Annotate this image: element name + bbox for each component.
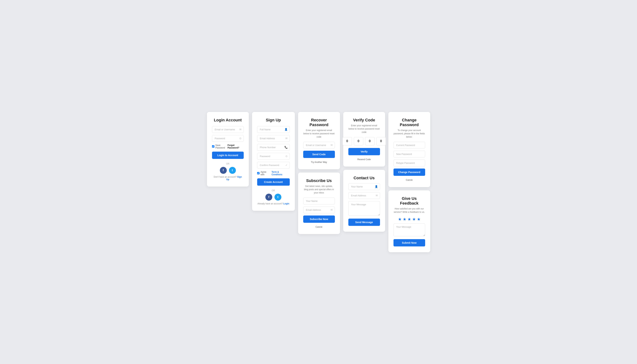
middle-right-col: Verify Code Enter your registered email … xyxy=(343,112,385,232)
right-col: Change Password To change your account p… xyxy=(388,112,430,252)
contact-name-input[interactable] xyxy=(348,183,380,190)
signup-divider: OR xyxy=(257,189,290,192)
otp-row xyxy=(348,137,380,146)
login-twitter-button[interactable]: t xyxy=(229,167,236,174)
new-password-input[interactable] xyxy=(394,151,425,158)
login-facebook-button[interactable]: f xyxy=(220,167,227,174)
signup-password-wrap: ⊙ xyxy=(257,153,290,160)
contact-message-wrap xyxy=(348,201,380,216)
save-password-checkbox[interactable] xyxy=(212,145,214,148)
login-footer: Don't have an account? Sign Up xyxy=(212,176,244,181)
verify-subtitle: Enter your registered email below to rec… xyxy=(348,124,380,134)
signup-login-link[interactable]: Login xyxy=(283,202,290,205)
login-title: Login Account xyxy=(212,118,244,122)
login-password-wrap: ⊙ xyxy=(212,135,244,142)
change-password-button[interactable]: Change Password xyxy=(394,168,425,176)
contact-name-wrap: 👤 xyxy=(348,183,380,190)
verify-card: Verify Code Enter your registered email … xyxy=(343,112,385,166)
resend-code-link[interactable]: Resend Code xyxy=(348,158,380,161)
signup-fullname-input[interactable] xyxy=(257,126,290,133)
signup-facebook-button[interactable]: f xyxy=(265,194,272,200)
login-divider: OR xyxy=(212,162,244,165)
recover-card: Recover Password Enter your registered e… xyxy=(298,112,340,169)
subscribe-email-input[interactable] xyxy=(303,206,335,213)
subscribe-cancel-link[interactable]: Cancle xyxy=(303,226,335,228)
retype-password-input[interactable] xyxy=(394,160,425,166)
star-1[interactable]: ★ xyxy=(398,217,402,222)
otp-input-4[interactable] xyxy=(376,137,386,146)
contact-card: Contact Us 👤 ✉ Send Message xyxy=(343,170,385,232)
star-2[interactable]: ★ xyxy=(403,217,406,222)
feedback-subtitle: How satisfied are you with our service? … xyxy=(394,207,425,214)
save-password-label[interactable]: Save Password xyxy=(212,144,228,149)
feedback-message-input[interactable] xyxy=(394,224,425,236)
contact-message-input[interactable] xyxy=(348,201,380,216)
change-password-title: Change Password xyxy=(394,118,425,127)
signup-fullname-wrap: 👤 xyxy=(257,126,290,133)
feedback-message-wrap xyxy=(394,224,425,237)
contact-title: Contact Us xyxy=(348,176,380,180)
recover-subtitle: Enter your registered email below to rec… xyxy=(303,129,335,138)
signup-card: Sign Up 👤 ✉ 📞 ⊙ ✓ Agree with Term & Cond… xyxy=(252,112,295,211)
login-email-wrap: ✉ xyxy=(212,126,244,133)
star-4[interactable]: ★ xyxy=(412,217,416,222)
terms-link[interactable]: Term & Conditons xyxy=(272,171,290,176)
change-password-card: Change Password To change your account p… xyxy=(388,112,430,187)
otp-input-1[interactable] xyxy=(342,137,352,146)
verify-title: Verify Code xyxy=(348,118,380,122)
subscribe-card: Subscribe Us Get latest news, site updat… xyxy=(298,172,340,234)
recover-email-input[interactable] xyxy=(303,142,335,148)
otp-input-2[interactable] xyxy=(354,137,363,146)
create-account-button[interactable]: Create Account xyxy=(257,178,290,186)
stars-row: ★ ★ ★ ★ ★ xyxy=(394,217,425,222)
signup-email-input[interactable] xyxy=(257,135,290,142)
recover-title: Recover Password xyxy=(303,118,335,127)
feedback-title: Give Us Feedback xyxy=(394,196,425,206)
signup-email-wrap: ✉ xyxy=(257,135,290,142)
middle-left-col: Recover Password Enter your registered e… xyxy=(298,112,340,234)
login-options-row: Save Password Forgot Password? xyxy=(212,144,244,149)
current-password-wrap xyxy=(394,142,425,148)
verify-button[interactable]: Verify xyxy=(348,148,380,155)
forgot-password-link[interactable]: Forgot Password? xyxy=(228,144,244,149)
signup-confirm-input[interactable] xyxy=(257,162,290,168)
recover-email-wrap: ✉ xyxy=(303,142,335,148)
subscribe-button[interactable]: Subscribe Now xyxy=(303,216,335,223)
current-password-input[interactable] xyxy=(394,142,425,148)
signup-phone-input[interactable] xyxy=(257,144,290,151)
new-password-wrap xyxy=(394,151,425,158)
signup-footer: Already have an account? Login xyxy=(257,202,290,205)
signup-title: Sign Up xyxy=(257,118,290,122)
login-social-row: f t xyxy=(212,167,244,174)
login-button[interactable]: Login to Account xyxy=(212,152,244,159)
submit-feedback-button[interactable]: Submit Now xyxy=(394,239,425,246)
subscribe-title: Subscribe Us xyxy=(303,178,335,183)
send-code-button[interactable]: Send Code xyxy=(303,151,335,158)
signup-social-row: f t xyxy=(257,194,290,200)
terms-agree-row: Agree with Term & Conditons xyxy=(257,171,290,176)
subscribe-subtitle: Get latest news, site update, blog posts… xyxy=(303,184,335,194)
signup-password-input[interactable] xyxy=(257,153,290,160)
signup-phone-wrap: 📞 xyxy=(257,144,290,151)
signup-twitter-button[interactable]: t xyxy=(274,194,281,200)
subscribe-name-wrap xyxy=(303,198,335,204)
login-card: Login Account ✉ ⊙ Save Password Forgot P… xyxy=(207,112,249,186)
send-message-button[interactable]: Send Message xyxy=(348,218,380,226)
login-email-input[interactable] xyxy=(212,126,244,133)
login-password-input[interactable] xyxy=(212,135,244,142)
star-5[interactable]: ★ xyxy=(417,217,420,222)
signup-confirm-wrap: ✓ xyxy=(257,162,290,168)
subscribe-name-input[interactable] xyxy=(303,198,335,204)
retype-password-wrap xyxy=(394,160,425,166)
star-3[interactable]: ★ xyxy=(408,217,411,222)
try-another-link[interactable]: Try Another Way xyxy=(303,161,335,164)
terms-checkbox[interactable] xyxy=(257,172,260,174)
contact-email-wrap: ✉ xyxy=(348,192,380,199)
feedback-card: Give Us Feedback How satisfied are you w… xyxy=(388,190,430,252)
subscribe-email-wrap: ✉ xyxy=(303,206,335,213)
otp-input-3[interactable] xyxy=(365,137,374,146)
contact-email-input[interactable] xyxy=(348,192,380,199)
change-password-cancel[interactable]: Cancle xyxy=(394,179,425,181)
change-password-subtitle: To change your account password, please … xyxy=(394,129,425,138)
